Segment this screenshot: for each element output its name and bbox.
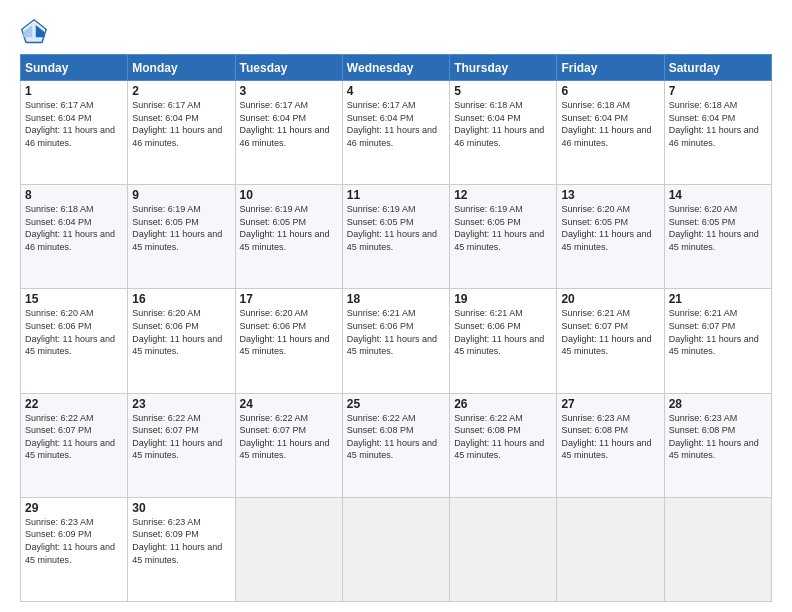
day-number: 25: [347, 397, 445, 411]
day-cell: 18Sunrise: 6:21 AM Sunset: 6:06 PM Dayli…: [342, 289, 449, 393]
day-info: Sunrise: 6:17 AM Sunset: 6:04 PM Dayligh…: [240, 99, 338, 149]
day-cell: [342, 497, 449, 601]
day-cell: 29Sunrise: 6:23 AM Sunset: 6:09 PM Dayli…: [21, 497, 128, 601]
day-number: 15: [25, 292, 123, 306]
day-cell: 25Sunrise: 6:22 AM Sunset: 6:08 PM Dayli…: [342, 393, 449, 497]
day-cell: 17Sunrise: 6:20 AM Sunset: 6:06 PM Dayli…: [235, 289, 342, 393]
day-info: Sunrise: 6:19 AM Sunset: 6:05 PM Dayligh…: [132, 203, 230, 253]
day-cell: 12Sunrise: 6:19 AM Sunset: 6:05 PM Dayli…: [450, 185, 557, 289]
day-number: 11: [347, 188, 445, 202]
day-cell: 21Sunrise: 6:21 AM Sunset: 6:07 PM Dayli…: [664, 289, 771, 393]
page: SundayMondayTuesdayWednesdayThursdayFrid…: [0, 0, 792, 612]
day-cell: 11Sunrise: 6:19 AM Sunset: 6:05 PM Dayli…: [342, 185, 449, 289]
day-cell: 20Sunrise: 6:21 AM Sunset: 6:07 PM Dayli…: [557, 289, 664, 393]
day-number: 9: [132, 188, 230, 202]
day-number: 20: [561, 292, 659, 306]
day-info: Sunrise: 6:22 AM Sunset: 6:07 PM Dayligh…: [25, 412, 123, 462]
day-cell: 27Sunrise: 6:23 AM Sunset: 6:08 PM Dayli…: [557, 393, 664, 497]
day-number: 1: [25, 84, 123, 98]
day-info: Sunrise: 6:19 AM Sunset: 6:05 PM Dayligh…: [240, 203, 338, 253]
weekday-header-thursday: Thursday: [450, 55, 557, 81]
day-info: Sunrise: 6:22 AM Sunset: 6:08 PM Dayligh…: [454, 412, 552, 462]
weekday-header-saturday: Saturday: [664, 55, 771, 81]
day-number: 17: [240, 292, 338, 306]
day-number: 5: [454, 84, 552, 98]
day-number: 13: [561, 188, 659, 202]
week-row-1: 1Sunrise: 6:17 AM Sunset: 6:04 PM Daylig…: [21, 81, 772, 185]
day-number: 12: [454, 188, 552, 202]
day-number: 16: [132, 292, 230, 306]
day-info: Sunrise: 6:21 AM Sunset: 6:06 PM Dayligh…: [347, 307, 445, 357]
day-number: 27: [561, 397, 659, 411]
day-info: Sunrise: 6:21 AM Sunset: 6:06 PM Dayligh…: [454, 307, 552, 357]
weekday-header-sunday: Sunday: [21, 55, 128, 81]
day-number: 2: [132, 84, 230, 98]
week-row-4: 22Sunrise: 6:22 AM Sunset: 6:07 PM Dayli…: [21, 393, 772, 497]
day-info: Sunrise: 6:21 AM Sunset: 6:07 PM Dayligh…: [669, 307, 767, 357]
day-info: Sunrise: 6:19 AM Sunset: 6:05 PM Dayligh…: [454, 203, 552, 253]
day-cell: 2Sunrise: 6:17 AM Sunset: 6:04 PM Daylig…: [128, 81, 235, 185]
day-number: 4: [347, 84, 445, 98]
day-cell: [557, 497, 664, 601]
header: [20, 18, 772, 46]
day-info: Sunrise: 6:23 AM Sunset: 6:08 PM Dayligh…: [561, 412, 659, 462]
day-info: Sunrise: 6:20 AM Sunset: 6:06 PM Dayligh…: [132, 307, 230, 357]
day-cell: 5Sunrise: 6:18 AM Sunset: 6:04 PM Daylig…: [450, 81, 557, 185]
day-cell: 24Sunrise: 6:22 AM Sunset: 6:07 PM Dayli…: [235, 393, 342, 497]
day-number: 24: [240, 397, 338, 411]
day-number: 8: [25, 188, 123, 202]
day-number: 10: [240, 188, 338, 202]
day-cell: [235, 497, 342, 601]
day-number: 21: [669, 292, 767, 306]
day-info: Sunrise: 6:17 AM Sunset: 6:04 PM Dayligh…: [25, 99, 123, 149]
day-cell: 4Sunrise: 6:17 AM Sunset: 6:04 PM Daylig…: [342, 81, 449, 185]
day-number: 26: [454, 397, 552, 411]
weekday-header-wednesday: Wednesday: [342, 55, 449, 81]
logo-icon: [20, 18, 48, 46]
day-cell: 8Sunrise: 6:18 AM Sunset: 6:04 PM Daylig…: [21, 185, 128, 289]
day-cell: 10Sunrise: 6:19 AM Sunset: 6:05 PM Dayli…: [235, 185, 342, 289]
day-cell: 16Sunrise: 6:20 AM Sunset: 6:06 PM Dayli…: [128, 289, 235, 393]
weekday-header-friday: Friday: [557, 55, 664, 81]
day-number: 14: [669, 188, 767, 202]
day-info: Sunrise: 6:20 AM Sunset: 6:05 PM Dayligh…: [669, 203, 767, 253]
day-number: 19: [454, 292, 552, 306]
day-info: Sunrise: 6:18 AM Sunset: 6:04 PM Dayligh…: [25, 203, 123, 253]
week-row-5: 29Sunrise: 6:23 AM Sunset: 6:09 PM Dayli…: [21, 497, 772, 601]
day-cell: 7Sunrise: 6:18 AM Sunset: 6:04 PM Daylig…: [664, 81, 771, 185]
day-cell: 30Sunrise: 6:23 AM Sunset: 6:09 PM Dayli…: [128, 497, 235, 601]
day-info: Sunrise: 6:22 AM Sunset: 6:08 PM Dayligh…: [347, 412, 445, 462]
day-cell: 6Sunrise: 6:18 AM Sunset: 6:04 PM Daylig…: [557, 81, 664, 185]
day-cell: 15Sunrise: 6:20 AM Sunset: 6:06 PM Dayli…: [21, 289, 128, 393]
day-info: Sunrise: 6:18 AM Sunset: 6:04 PM Dayligh…: [669, 99, 767, 149]
day-number: 29: [25, 501, 123, 515]
day-cell: 22Sunrise: 6:22 AM Sunset: 6:07 PM Dayli…: [21, 393, 128, 497]
day-number: 23: [132, 397, 230, 411]
day-cell: [450, 497, 557, 601]
day-cell: 28Sunrise: 6:23 AM Sunset: 6:08 PM Dayli…: [664, 393, 771, 497]
day-number: 7: [669, 84, 767, 98]
day-number: 6: [561, 84, 659, 98]
day-info: Sunrise: 6:23 AM Sunset: 6:09 PM Dayligh…: [132, 516, 230, 566]
weekday-header-monday: Monday: [128, 55, 235, 81]
day-info: Sunrise: 6:23 AM Sunset: 6:08 PM Dayligh…: [669, 412, 767, 462]
week-row-3: 15Sunrise: 6:20 AM Sunset: 6:06 PM Dayli…: [21, 289, 772, 393]
day-info: Sunrise: 6:23 AM Sunset: 6:09 PM Dayligh…: [25, 516, 123, 566]
day-info: Sunrise: 6:17 AM Sunset: 6:04 PM Dayligh…: [347, 99, 445, 149]
week-row-2: 8Sunrise: 6:18 AM Sunset: 6:04 PM Daylig…: [21, 185, 772, 289]
day-cell: 26Sunrise: 6:22 AM Sunset: 6:08 PM Dayli…: [450, 393, 557, 497]
weekday-header-row: SundayMondayTuesdayWednesdayThursdayFrid…: [21, 55, 772, 81]
day-info: Sunrise: 6:22 AM Sunset: 6:07 PM Dayligh…: [240, 412, 338, 462]
day-info: Sunrise: 6:18 AM Sunset: 6:04 PM Dayligh…: [454, 99, 552, 149]
day-number: 22: [25, 397, 123, 411]
day-number: 28: [669, 397, 767, 411]
day-cell: 9Sunrise: 6:19 AM Sunset: 6:05 PM Daylig…: [128, 185, 235, 289]
day-info: Sunrise: 6:21 AM Sunset: 6:07 PM Dayligh…: [561, 307, 659, 357]
day-info: Sunrise: 6:20 AM Sunset: 6:06 PM Dayligh…: [240, 307, 338, 357]
day-info: Sunrise: 6:19 AM Sunset: 6:05 PM Dayligh…: [347, 203, 445, 253]
day-info: Sunrise: 6:22 AM Sunset: 6:07 PM Dayligh…: [132, 412, 230, 462]
day-number: 30: [132, 501, 230, 515]
day-cell: 23Sunrise: 6:22 AM Sunset: 6:07 PM Dayli…: [128, 393, 235, 497]
day-number: 3: [240, 84, 338, 98]
logo: [20, 18, 52, 46]
